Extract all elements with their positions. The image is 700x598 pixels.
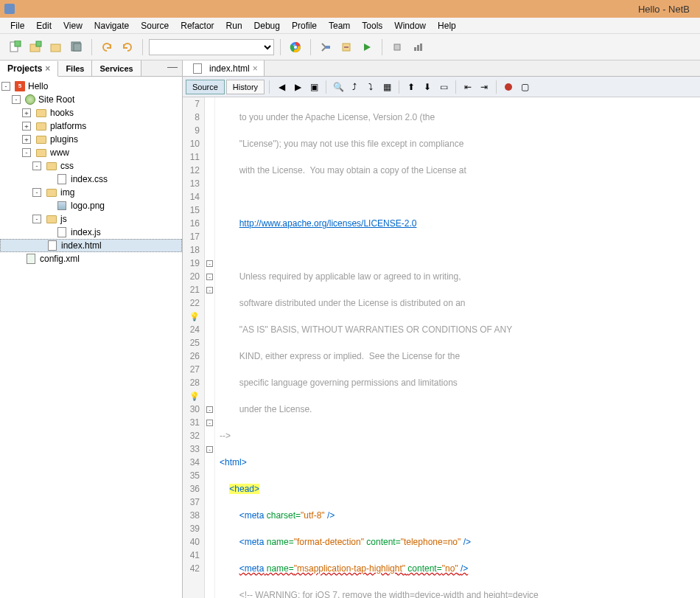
clean-build-button[interactable]: [337, 38, 355, 56]
history-view-button[interactable]: History: [226, 80, 265, 94]
open-project-button[interactable]: [47, 38, 65, 56]
globe-icon: [25, 94, 35, 105]
shift-right-icon[interactable]: ⇥: [477, 80, 491, 94]
tree-configxml[interactable]: config.xml: [40, 254, 80, 264]
menu-navigate[interactable]: Navigate: [88, 19, 135, 32]
menu-window[interactable]: Window: [388, 19, 432, 32]
next-bookmark-icon[interactable]: ⬇: [420, 80, 435, 94]
browser-chrome-icon[interactable]: [287, 38, 304, 56]
editor-panel: index.html × Source History ◀ ▶ ▣ 🔍 ⤴ ⤵ …: [183, 60, 700, 598]
folder-icon: [36, 136, 46, 144]
find-prev-icon[interactable]: ⤴: [347, 80, 362, 94]
expander-icon[interactable]: -: [32, 161, 41, 170]
code-editor[interactable]: 78910111213141516171819202122💡2425262728…: [183, 97, 700, 598]
debug-button[interactable]: [388, 38, 406, 56]
image-file-icon: [57, 201, 66, 210]
toggle-bookmark-icon[interactable]: ▭: [436, 80, 451, 94]
new-project-button[interactable]: [27, 38, 44, 56]
find-next-icon[interactable]: ⤵: [363, 80, 378, 94]
panel-tabs: Projects× Files Services —: [0, 60, 182, 77]
html-file-icon: [193, 63, 202, 74]
tree-platforms[interactable]: platforms: [50, 121, 86, 131]
nav-fwd-icon[interactable]: ▶: [290, 80, 305, 94]
menu-team[interactable]: Team: [323, 19, 356, 32]
svg-rect-1: [15, 41, 21, 46]
tree-www[interactable]: www: [50, 147, 69, 158]
project-tree[interactable]: -5Hello -Site Root +hooks +platforms +pl…: [0, 77, 182, 598]
expander-icon[interactable]: +: [22, 135, 31, 144]
svg-rect-6: [74, 44, 81, 51]
tree-css[interactable]: css: [60, 161, 74, 171]
tree-site-root[interactable]: Site Root: [38, 94, 74, 105]
highlight-icon[interactable]: ▦: [379, 80, 394, 94]
macro-stop-icon[interactable]: ▢: [517, 80, 532, 94]
code-area[interactable]: to you under the Apache License, Version…: [215, 97, 700, 598]
macro-record-icon[interactable]: [501, 80, 516, 94]
close-icon[interactable]: ×: [45, 63, 50, 74]
menu-edit[interactable]: Edit: [30, 19, 57, 32]
compile-icon[interactable]: ▣: [307, 80, 321, 94]
tab-projects[interactable]: Projects×: [0, 61, 58, 77]
tree-hooks[interactable]: hooks: [50, 108, 74, 118]
run-button[interactable]: [358, 38, 376, 56]
projects-panel: Projects× Files Services — -5Hello -Site…: [0, 60, 183, 598]
expander-icon[interactable]: -: [1, 82, 10, 91]
menu-refactor[interactable]: Refactor: [175, 19, 220, 32]
folder-icon: [36, 122, 46, 131]
expander-icon[interactable]: -: [32, 188, 41, 197]
expander-icon[interactable]: -: [12, 95, 21, 104]
expander-icon[interactable]: +: [22, 122, 31, 131]
main-toolbar: [0, 34, 700, 60]
editor-toolbar: Source History ◀ ▶ ▣ 🔍 ⤴ ⤵ ▦ ⬆ ⬇ ▭ ⇤ ⇥ ▢: [183, 77, 700, 97]
svg-rect-16: [420, 44, 422, 51]
editor-tabs: index.html ×: [183, 60, 700, 77]
menu-view[interactable]: View: [57, 19, 88, 32]
tree-indexjs[interactable]: index.js: [71, 227, 101, 237]
prev-bookmark-icon[interactable]: ⬆: [404, 80, 419, 94]
build-button[interactable]: [317, 38, 335, 56]
menu-debug[interactable]: Debug: [248, 19, 286, 32]
tree-js[interactable]: js: [60, 214, 67, 224]
tree-project[interactable]: Hello: [28, 81, 48, 91]
menubar: File Edit View Navigate Source Refactor …: [0, 18, 700, 34]
menu-profile[interactable]: Profile: [286, 19, 323, 32]
svg-rect-13: [394, 44, 400, 50]
source-view-button[interactable]: Source: [186, 80, 225, 94]
undo-button[interactable]: [98, 38, 116, 56]
new-file-button[interactable]: [6, 38, 24, 56]
nav-back-icon[interactable]: ◀: [274, 80, 289, 94]
menu-file[interactable]: File: [4, 19, 30, 32]
minimize-panel-button[interactable]: —: [163, 60, 182, 76]
config-combo[interactable]: [149, 39, 274, 55]
save-all-button[interactable]: [68, 38, 85, 56]
css-file-icon: [57, 174, 66, 184]
tree-img[interactable]: img: [60, 187, 74, 198]
svg-rect-3: [36, 41, 41, 46]
folder-icon: [46, 215, 57, 223]
folder-icon: [46, 189, 57, 197]
tree-plugins[interactable]: plugins: [50, 134, 78, 145]
menu-run[interactable]: Run: [220, 19, 248, 32]
tab-services[interactable]: Services: [92, 60, 141, 76]
expander-icon[interactable]: +: [22, 108, 31, 117]
find-selection-icon[interactable]: 🔍: [331, 80, 346, 94]
tree-indexcss[interactable]: index.css: [71, 174, 108, 184]
expander-icon[interactable]: -: [22, 148, 31, 157]
js-file-icon: [57, 227, 66, 237]
editor-tab-indexhtml[interactable]: index.html ×: [183, 60, 265, 76]
tree-indexhtml[interactable]: index.html: [61, 240, 102, 251]
window-title: Hello - NetB: [19, 4, 696, 15]
menu-help[interactable]: Help: [432, 19, 462, 32]
menu-tools[interactable]: Tools: [356, 19, 388, 32]
expander-icon[interactable]: -: [32, 215, 41, 223]
tree-logopng[interactable]: logo.png: [71, 201, 105, 211]
shift-left-icon[interactable]: ⇤: [461, 80, 475, 94]
fold-gutter[interactable]: ------: [205, 97, 215, 598]
tab-files[interactable]: Files: [58, 60, 92, 76]
profile-button[interactable]: [409, 38, 427, 56]
menu-source[interactable]: Source: [135, 19, 175, 32]
folder-icon: [36, 149, 46, 157]
redo-button[interactable]: [119, 38, 136, 56]
close-tab-icon[interactable]: ×: [253, 63, 258, 74]
folder-icon: [36, 109, 46, 117]
